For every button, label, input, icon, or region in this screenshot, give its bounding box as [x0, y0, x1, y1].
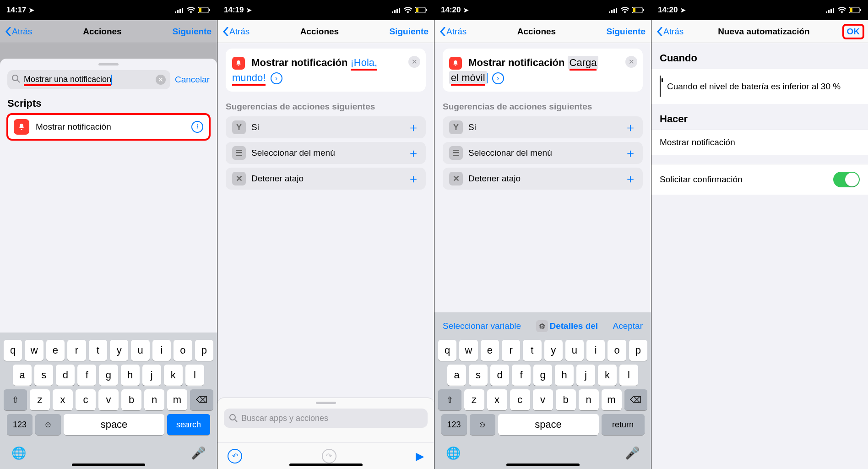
key-u[interactable]: u	[131, 340, 149, 361]
clear-icon[interactable]: ✕	[156, 75, 166, 85]
key-m[interactable]: m	[602, 389, 622, 410]
next-button[interactable]: Siguiente	[172, 27, 212, 37]
backspace-key[interactable]: ⌫	[190, 389, 213, 410]
suggestion-if[interactable]: Y Si ＋	[443, 116, 643, 138]
add-icon[interactable]: ＋	[407, 145, 419, 161]
add-icon[interactable]: ＋	[407, 171, 419, 187]
action-param-line2[interactable]: el móvil	[451, 72, 485, 86]
suggestion-menu[interactable]: ☰ Seleccionar del menú ＋	[443, 142, 643, 164]
undo-button[interactable]: ↶	[228, 449, 242, 464]
key-y[interactable]: y	[544, 340, 563, 361]
key-g[interactable]: g	[99, 365, 118, 386]
bottom-search-input[interactable]: Buscar apps y acciones	[224, 409, 428, 428]
key-g[interactable]: g	[533, 365, 552, 386]
next-button[interactable]: Siguiente	[389, 27, 429, 37]
key-l[interactable]: l	[185, 365, 204, 386]
expand-icon[interactable]: ›	[492, 72, 504, 84]
key-s[interactable]: s	[34, 365, 53, 386]
key-f[interactable]: f	[512, 365, 531, 386]
suggestion-menu[interactable]: ☰ Seleccionar del menú ＋	[226, 142, 426, 164]
ok-button[interactable]: OK	[844, 26, 863, 38]
select-variable-button[interactable]: Seleccionar variable	[443, 321, 521, 331]
suggestion-stop[interactable]: ✕ Detener atajo ＋	[443, 168, 643, 190]
confirm-toggle[interactable]	[833, 172, 860, 187]
num-key[interactable]: 123	[7, 414, 33, 435]
when-condition-row[interactable]: Cuando el nivel de batería es inferior a…	[651, 69, 868, 104]
remove-action-icon[interactable]: ✕	[625, 56, 637, 68]
key-n[interactable]: n	[579, 389, 599, 410]
key-u[interactable]: u	[565, 340, 584, 361]
add-icon[interactable]: ＋	[407, 120, 419, 136]
key-r[interactable]: r	[67, 340, 86, 361]
space-key[interactable]: space	[64, 414, 164, 435]
back-button[interactable]: Atrás	[223, 27, 250, 37]
num-key[interactable]: 123	[441, 414, 467, 435]
key-x[interactable]: x	[53, 389, 73, 410]
key-c[interactable]: c	[510, 389, 530, 410]
shift-key[interactable]: ⇧	[4, 389, 27, 410]
key-b[interactable]: b	[556, 389, 576, 410]
cancel-button[interactable]: Cancelar	[175, 75, 210, 85]
key-i[interactable]: i	[586, 340, 605, 361]
key-p[interactable]: p	[629, 340, 647, 361]
accept-button[interactable]: Aceptar	[613, 321, 643, 331]
key-i[interactable]: i	[152, 340, 171, 361]
key-x[interactable]: x	[487, 389, 507, 410]
globe-icon[interactable]: 🌐	[11, 445, 27, 461]
kbd-center-suggestion[interactable]: Detalles del	[550, 321, 598, 331]
shift-key[interactable]: ⇧	[438, 389, 461, 410]
emoji-key[interactable]: ☺	[35, 414, 61, 435]
key-n[interactable]: n	[144, 389, 164, 410]
key-h[interactable]: h	[121, 365, 140, 386]
bottom-sheet[interactable]: Buscar apps y acciones ↶ ↷ ▶	[217, 398, 434, 469]
key-s[interactable]: s	[469, 365, 488, 386]
key-t[interactable]: t	[523, 340, 541, 361]
return-key[interactable]: return	[602, 414, 645, 435]
action-show-notification[interactable]: Mostrar notificación ¡Hola, mundo! › ✕	[226, 49, 426, 92]
remove-action-icon[interactable]: ✕	[408, 56, 420, 68]
key-h[interactable]: h	[555, 365, 574, 386]
back-button[interactable]: Atrás	[5, 27, 32, 37]
key-v[interactable]: v	[533, 389, 553, 410]
sheet-grabber[interactable]	[98, 63, 119, 65]
mic-icon[interactable]: 🎤	[190, 445, 206, 461]
key-a[interactable]: a	[13, 365, 32, 386]
back-button[interactable]: Atrás	[440, 27, 467, 37]
do-action-row[interactable]: Mostrar notificación	[651, 130, 868, 155]
key-o[interactable]: o	[608, 340, 626, 361]
play-button[interactable]: ▶	[416, 450, 424, 463]
next-button[interactable]: Siguiente	[606, 27, 646, 37]
back-button[interactable]: Atrás	[657, 27, 684, 37]
home-indicator[interactable]	[289, 464, 363, 466]
key-c[interactable]: c	[76, 389, 96, 410]
key-z[interactable]: z	[30, 389, 50, 410]
key-b[interactable]: b	[121, 389, 141, 410]
key-q[interactable]: q	[438, 340, 456, 361]
key-k[interactable]: k	[164, 365, 183, 386]
home-indicator[interactable]	[72, 464, 145, 466]
info-icon[interactable]: i	[191, 121, 203, 133]
key-a[interactable]: a	[447, 365, 466, 386]
emoji-key[interactable]: ☺	[470, 414, 495, 435]
key-l[interactable]: l	[619, 365, 638, 386]
keyboard[interactable]: Seleccionar variable ⚙ Detalles del Acep…	[434, 312, 651, 469]
backspace-key[interactable]: ⌫	[624, 389, 648, 410]
add-icon[interactable]: ＋	[624, 120, 636, 136]
key-y[interactable]: y	[110, 340, 128, 361]
key-r[interactable]: r	[502, 340, 520, 361]
key-w[interactable]: w	[459, 340, 477, 361]
suggestion-stop[interactable]: ✕ Detener atajo ＋	[226, 168, 426, 190]
mic-icon[interactable]: 🎤	[624, 445, 640, 461]
key-t[interactable]: t	[89, 340, 107, 361]
key-w[interactable]: w	[25, 340, 43, 361]
key-e[interactable]: e	[46, 340, 65, 361]
key-d[interactable]: d	[490, 365, 509, 386]
key-o[interactable]: o	[174, 340, 192, 361]
key-e[interactable]: e	[481, 340, 499, 361]
suggestion-if[interactable]: Y Si ＋	[226, 116, 426, 138]
key-f[interactable]: f	[77, 365, 96, 386]
key-p[interactable]: p	[195, 340, 213, 361]
add-icon[interactable]: ＋	[624, 171, 636, 187]
result-show-notification[interactable]: Mostrar notificación i	[7, 114, 210, 140]
key-m[interactable]: m	[167, 389, 187, 410]
